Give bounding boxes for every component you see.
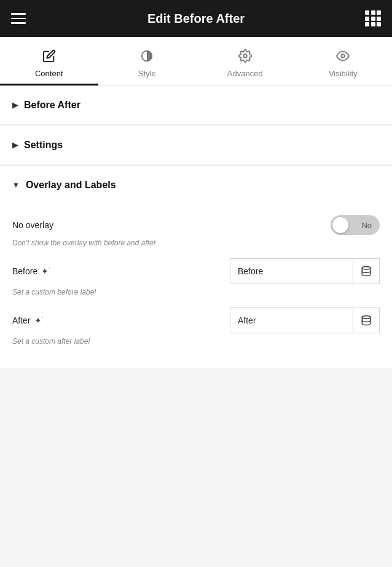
before-label: Before ✦˙	[12, 266, 52, 276]
pencil-icon	[42, 49, 56, 65]
toggle-no-label: No	[361, 221, 378, 230]
after-label: After ✦˙	[12, 315, 44, 325]
gear-icon	[238, 49, 252, 65]
tab-content-label: Content	[35, 69, 63, 78]
svg-point-2	[342, 54, 345, 58]
apps-grid-icon[interactable]	[365, 10, 381, 26]
tab-advanced[interactable]: Advanced	[196, 37, 294, 85]
database-icon-after	[361, 315, 372, 326]
overlay-section-header[interactable]: ▼ Overlay and Labels	[12, 166, 380, 204]
before-db-icon-button[interactable]	[353, 258, 380, 284]
before-field-row: Before ✦˙	[12, 258, 380, 284]
svg-point-4	[362, 316, 370, 319]
overlay-section: ▼ Overlay and Labels No overlay No Don't…	[0, 166, 392, 368]
no-overlay-label: No overlay	[12, 220, 53, 230]
half-circle-icon	[140, 49, 154, 65]
tab-advanced-label: Advanced	[227, 69, 263, 78]
before-input-row	[230, 258, 380, 284]
before-after-section-label: Before After	[24, 100, 80, 111]
tab-bar: Content Style Advanced Visibility	[0, 37, 392, 86]
before-hint: Set a custom before label	[12, 288, 380, 296]
after-db-icon-button[interactable]	[353, 307, 380, 333]
settings-section-label: Settings	[24, 140, 63, 151]
header: Edit Before After	[0, 0, 392, 37]
tab-content[interactable]: Content	[0, 37, 98, 85]
no-overlay-row: No overlay No	[12, 215, 380, 235]
after-hint: Set a custom after label	[12, 337, 380, 346]
hamburger-menu-icon[interactable]	[11, 13, 26, 24]
no-overlay-toggle[interactable]: No	[331, 215, 380, 235]
settings-section: ▶ Settings	[0, 126, 392, 164]
after-input-row	[230, 307, 380, 333]
no-overlay-hint: Don't show the overlay with before and a…	[12, 239, 380, 247]
svg-point-1	[243, 54, 247, 58]
before-after-section-header[interactable]: ▶ Before After	[0, 86, 392, 124]
tab-visibility[interactable]: Visibility	[294, 37, 393, 85]
eye-icon	[336, 49, 350, 65]
page-title: Edit Before After	[147, 12, 245, 26]
settings-arrow-icon: ▶	[12, 141, 18, 149]
database-icon	[361, 266, 372, 277]
overlay-arrow-icon: ▼	[12, 181, 20, 189]
overlay-section-label: Overlay and Labels	[26, 180, 116, 191]
settings-section-header[interactable]: ▶ Settings	[0, 126, 392, 164]
tab-style-label: Style	[138, 69, 156, 78]
before-after-arrow-icon: ▶	[12, 101, 18, 109]
tab-visibility-label: Visibility	[329, 69, 358, 78]
toggle-knob	[332, 217, 348, 233]
svg-point-3	[362, 267, 370, 270]
before-input[interactable]	[230, 258, 353, 284]
before-spark-icon: ✦˙	[41, 266, 52, 276]
before-after-section: ▶ Before After	[0, 86, 392, 124]
after-spark-icon: ✦˙	[34, 315, 45, 325]
content-area: ▶ Before After ▶ Settings ▼ Overlay and …	[0, 86, 392, 368]
tab-style[interactable]: Style	[98, 37, 197, 85]
after-input[interactable]	[230, 307, 353, 333]
after-field-row: After ✦˙	[12, 307, 380, 333]
